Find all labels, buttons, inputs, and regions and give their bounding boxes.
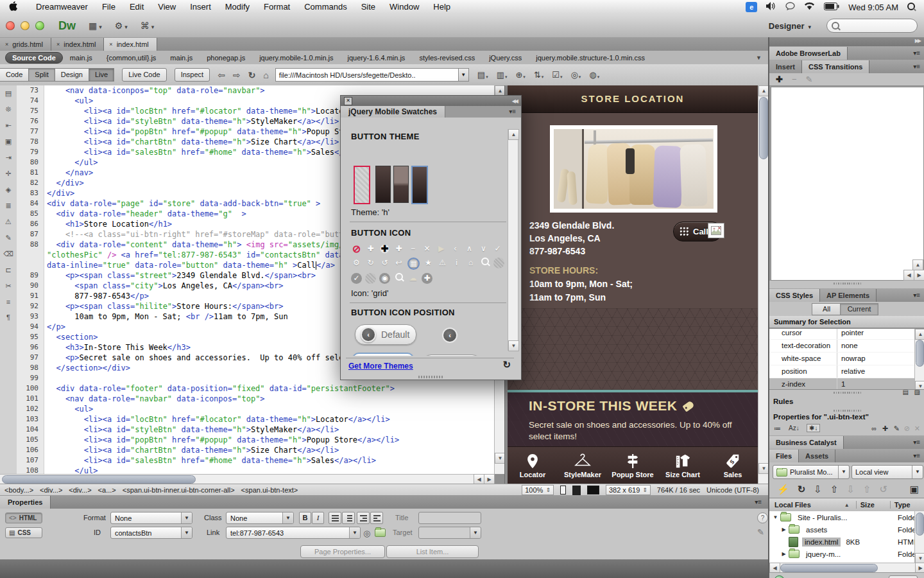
tag-selector-item[interactable]: <div...> bbox=[38, 486, 64, 494]
coding-toolbar-icon[interactable]: ✛ bbox=[5, 170, 11, 178]
close-tab-icon[interactable]: × bbox=[109, 38, 112, 51]
menu-item[interactable]: Insert bbox=[183, 0, 218, 14]
theme-swatch-g[interactable] bbox=[393, 166, 409, 203]
icon-position-left-button[interactable]: ‹ Left bbox=[352, 353, 414, 356]
related-file[interactable]: jQuery.css bbox=[482, 54, 529, 62]
check-in-icon[interactable]: ⇧ bbox=[863, 484, 871, 495]
workspace-switcher[interactable]: Designer bbox=[769, 21, 811, 31]
theme-swatch-h-selected[interactable] bbox=[411, 166, 428, 204]
plus-light-icon[interactable]: ✚ bbox=[393, 243, 404, 254]
live-view[interactable]: STORE LOCATION 2349 Glendale Blvd. Los A… bbox=[508, 85, 758, 484]
nav-popup-store[interactable]: Popup Store bbox=[608, 447, 658, 484]
css-all-button[interactable]: All bbox=[812, 303, 841, 315]
arrow-up-icon[interactable]: ∧ bbox=[464, 243, 475, 254]
edit-transition-icon[interactable]: ✎ bbox=[806, 74, 813, 84]
panel-menu-icon[interactable]: ▾≡ bbox=[913, 60, 920, 73]
id-select[interactable]: contactsBtn▼ bbox=[110, 527, 193, 539]
coding-toolbar-icon[interactable]: ≡ bbox=[6, 298, 10, 306]
refresh-icon[interactable]: ↻ bbox=[365, 258, 376, 268]
tag-selector-item[interactable]: <body...> bbox=[3, 486, 35, 494]
blank-icon[interactable] bbox=[493, 258, 504, 268]
format-select[interactable]: None▼ bbox=[110, 512, 193, 524]
tag-selector-item[interactable]: <span.ui-btn-inner.ui-btn-corner-all> bbox=[121, 486, 237, 494]
close-tab-icon[interactable]: × bbox=[5, 38, 8, 51]
live-code-button[interactable]: Live Code bbox=[122, 68, 167, 82]
insert-tab[interactable]: Insert bbox=[769, 60, 802, 73]
summary-row[interactable]: cursor pointer bbox=[769, 328, 924, 340]
show-category-view-icon[interactable]: ≔ bbox=[774, 425, 781, 433]
document-tab[interactable]: × index.html bbox=[51, 38, 104, 51]
panel-menu-icon[interactable]: ▾≡ bbox=[913, 436, 920, 449]
panel-title-bar[interactable]: ✕ ◀◀ bbox=[341, 96, 521, 106]
view-mode-button[interactable]: Split bbox=[28, 68, 55, 82]
filter-related-files-icon[interactable]: ▼ bbox=[756, 55, 762, 61]
menu-item[interactable]: View bbox=[151, 0, 183, 14]
menu-item[interactable]: Window bbox=[382, 0, 426, 14]
coding-toolbar-icon[interactable]: ⊏ bbox=[5, 266, 11, 274]
panel-menu-icon[interactable]: ▾≡ bbox=[755, 496, 762, 509]
related-file[interactable]: main.js bbox=[63, 54, 99, 62]
coding-toolbar-icon[interactable]: ▤ bbox=[5, 89, 12, 98]
tag-selector-item[interactable]: <span.ui-btn-text> bbox=[239, 486, 300, 494]
coding-toolbar-icon[interactable]: ⇥ bbox=[5, 153, 11, 162]
coding-toolbar-icon[interactable]: ✂ bbox=[5, 282, 11, 290]
related-file[interactable]: styles-revised.css bbox=[412, 54, 482, 62]
properties-tab[interactable]: Properties bbox=[0, 496, 51, 509]
view-mode-button[interactable]: Code bbox=[0, 68, 29, 82]
file-tree-row[interactable]: jquery-m... Folde bbox=[769, 548, 924, 560]
spotlight-icon[interactable] bbox=[907, 3, 915, 12]
tag-selector-item[interactable]: <div...> bbox=[67, 486, 93, 494]
related-file[interactable]: {common,util}.js bbox=[99, 54, 164, 62]
files-tab[interactable]: Files bbox=[769, 450, 799, 462]
check-circle-icon[interactable]: ✓ bbox=[351, 273, 362, 284]
panel-resize-grip[interactable] bbox=[418, 376, 444, 378]
help-icon[interactable]: ? bbox=[757, 512, 768, 523]
document-tab[interactable]: × grids.html bbox=[0, 38, 51, 51]
log-button[interactable]: Log... bbox=[889, 575, 918, 578]
summary-row[interactable]: white-space nowrap bbox=[769, 353, 924, 365]
check-out-icon[interactable]: ⇩ bbox=[846, 484, 855, 495]
column-size[interactable]: Size bbox=[856, 501, 875, 509]
panel-menu-icon[interactable]: ▾≡ bbox=[913, 289, 920, 302]
assets-tab[interactable]: Assets bbox=[799, 450, 835, 462]
expander-icon[interactable] bbox=[780, 551, 787, 557]
css-transitions-list[interactable]: ▲ ▼ ◀ ▶ bbox=[771, 87, 924, 281]
phone-size-icon[interactable] bbox=[560, 486, 566, 495]
related-file[interactable]: main.js bbox=[163, 54, 200, 62]
close-tab-icon[interactable]: × bbox=[56, 38, 60, 51]
close-window-button[interactable] bbox=[6, 21, 15, 30]
scrollbar-thumb[interactable] bbox=[759, 97, 768, 159]
business-catalyst-tab[interactable]: Business Catalyst bbox=[769, 436, 844, 449]
site-menu-icon[interactable]: ⌘ bbox=[141, 21, 155, 31]
list-item-button[interactable]: List Item... bbox=[386, 545, 479, 558]
target-select[interactable]: ▼ bbox=[418, 527, 481, 539]
column-local-files[interactable]: Local Files bbox=[769, 501, 811, 509]
minus-icon[interactable]: − bbox=[407, 243, 418, 254]
column-type[interactable]: Type bbox=[890, 501, 911, 509]
add-transition-icon[interactable]: ✚ bbox=[776, 74, 783, 84]
css-transitions-tab[interactable]: CSS Transitions bbox=[802, 60, 869, 73]
refresh-themes-icon[interactable]: ↻ bbox=[502, 359, 511, 371]
coding-toolbar-icon[interactable]: ◈ bbox=[6, 186, 11, 194]
italic-button[interactable]: I bbox=[312, 512, 324, 524]
nav-locator[interactable]: Locator bbox=[508, 447, 558, 484]
extend-dreamweaver-icon[interactable]: ⚙ bbox=[115, 21, 128, 31]
inspect-button[interactable]: Inspect bbox=[175, 68, 210, 82]
apple-menu-icon[interactable] bbox=[9, 1, 17, 13]
show-set-properties-icon[interactable]: ✱↓ bbox=[807, 424, 820, 432]
related-file[interactable]: jquery.mobile.structure-1.0.min.css bbox=[529, 54, 652, 62]
panel-scrollbar[interactable]: ▲ ▼ bbox=[508, 129, 518, 351]
page-properties-button[interactable]: Page Properties... bbox=[300, 545, 385, 558]
menu-item[interactable]: Format bbox=[257, 0, 297, 14]
unordered-list-button[interactable] bbox=[329, 512, 341, 524]
css-current-button[interactable]: Current bbox=[840, 303, 878, 315]
coding-toolbar-icon[interactable]: ¶ bbox=[6, 313, 10, 321]
quick-tag-editor-icon[interactable]: ✎ bbox=[757, 527, 764, 537]
css-mode-button[interactable]: ▤ CSS bbox=[5, 527, 42, 538]
arrow-right-icon[interactable]: ▶ bbox=[436, 243, 447, 254]
collapse-panel-icon[interactable]: ◀◀ bbox=[512, 98, 517, 104]
site-select[interactable]: Pluralist Mo...▼ bbox=[773, 465, 850, 479]
arrow-down-icon[interactable]: ∨ bbox=[478, 243, 489, 254]
close-panel-icon[interactable]: ✕ bbox=[344, 97, 352, 105]
icon-position-right-button[interactable]: Right ‹ bbox=[422, 355, 482, 356]
